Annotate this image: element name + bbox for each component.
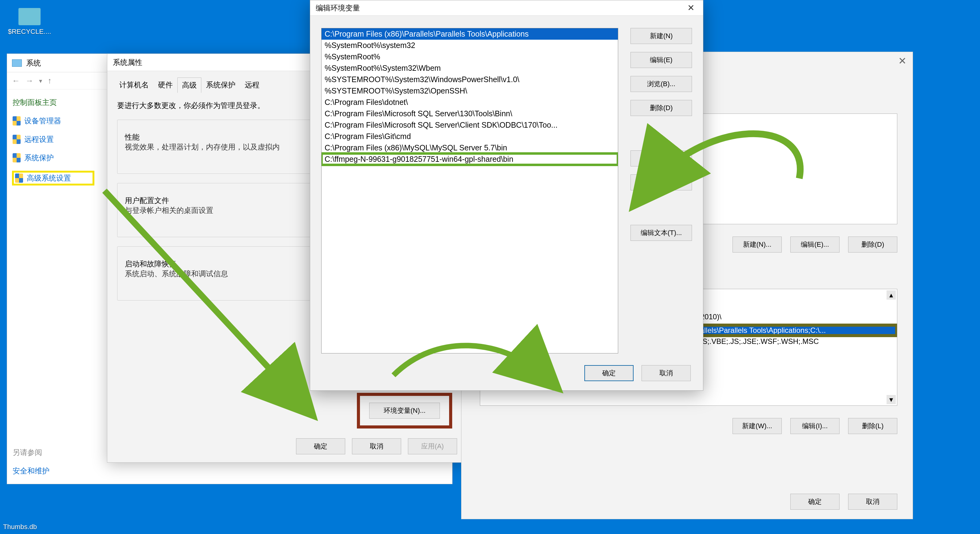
path-item[interactable]: %SystemRoot% <box>321 51 618 62</box>
tab-remote[interactable]: 远程 <box>240 77 264 92</box>
nav-fwd-icon[interactable]: → <box>25 76 33 86</box>
tab-advanced[interactable]: 高级 <box>177 78 201 93</box>
desktop-icon-label: $RECYCLE.... <box>8 28 51 36</box>
tab-protection[interactable]: 系统保护 <box>201 77 240 92</box>
path-item[interactable]: C:\ffmpeg-N-99631-g9018257751-win64-gpl-… <box>321 153 618 165</box>
system-title: 系统 <box>26 58 41 68</box>
group-legend: 性能 <box>125 133 140 141</box>
path-browse-button[interactable]: 浏览(B)... <box>630 76 692 92</box>
path-item[interactable]: C:\Program Files\Git\cmd <box>321 131 618 142</box>
user-new-button[interactable]: 新建(N)... <box>733 236 782 253</box>
user-delete-button[interactable]: 删除(D) <box>848 236 897 253</box>
sys-new-button[interactable]: 新建(W)... <box>733 418 782 434</box>
path-item[interactable]: C:\Program Files (x86)\MySQL\MySQL Serve… <box>321 142 618 153</box>
sidebar-heading: 控制面板主页 <box>13 97 94 107</box>
sys-delete-button[interactable]: 删除(L) <box>848 418 897 434</box>
group-legend: 启动和故障恢复 <box>125 260 177 268</box>
path-list[interactable]: C:\Program Files (x86)\Parallels\Paralle… <box>321 28 618 354</box>
folder-icon <box>18 8 41 25</box>
path-edit-text-button[interactable]: 编辑文本(T)... <box>630 225 692 241</box>
close-icon[interactable]: ✕ <box>684 2 697 14</box>
sysprops-ok-button[interactable]: 确定 <box>296 438 345 454</box>
sysprops-apply-button: 应用(A) <box>408 438 457 454</box>
path-edit-button[interactable]: 编辑(E) <box>630 52 692 68</box>
env-variables-button[interactable]: 环境变量(N)... <box>369 403 440 419</box>
edit-env-dialog: 编辑环境变量 ✕ C:\Program Files (x86)\Parallel… <box>310 0 703 391</box>
shield-icon <box>13 153 21 163</box>
editenv-cancel-button[interactable]: 取消 <box>641 365 691 381</box>
env-button-highlight: 环境变量(N)... <box>360 396 449 426</box>
address-pc-icon <box>57 78 65 84</box>
envwin-cancel-button[interactable]: 取消 <box>848 494 897 510</box>
sidebar-item-device-manager[interactable]: 设备管理器 <box>13 116 94 126</box>
sidebar-item-protection[interactable]: 系统保护 <box>13 153 94 163</box>
path-item[interactable]: %SYSTEMROOT%\System32\OpenSSH\ <box>321 85 618 97</box>
path-delete-button[interactable]: 删除(D) <box>630 100 692 116</box>
shield-icon <box>13 116 21 126</box>
envwin-ok-button[interactable]: 确定 <box>790 494 840 510</box>
shield-icon <box>15 174 23 183</box>
nav-back-icon[interactable]: ← <box>12 76 20 86</box>
sidebar-item-remote[interactable]: 远程设置 <box>13 134 94 144</box>
nav-up-icon[interactable]: ↑ <box>48 76 52 86</box>
path-item[interactable]: C:\Program Files\dotnet\ <box>321 97 618 108</box>
close-icon[interactable]: ✕ <box>898 55 907 67</box>
path-item[interactable]: %SystemRoot%\system32 <box>321 40 618 51</box>
scroll-up-icon[interactable]: ▴ <box>886 290 896 300</box>
system-sidebar: 控制面板主页 设备管理器 远程设置 系统保护 高级系统设置 另请参阅 安全和维护 <box>7 89 99 484</box>
pc-icon <box>12 59 22 67</box>
path-new-button[interactable]: 新建(N) <box>630 28 692 44</box>
group-legend: 用户配置文件 <box>125 196 169 204</box>
path-down-button[interactable]: 下移(O) <box>630 174 692 190</box>
user-edit-button[interactable]: 编辑(E)... <box>790 236 840 253</box>
path-item[interactable]: %SYSTEMROOT%\System32\WindowsPowerShell\… <box>321 74 618 85</box>
editenv-title: 编辑环境变量 <box>316 3 360 13</box>
path-item[interactable]: C:\Program Files\Microsoft SQL Server\13… <box>321 108 618 120</box>
shield-icon <box>13 135 21 144</box>
scroll-down-icon[interactable]: ▾ <box>886 395 896 404</box>
sidebar-item-advanced[interactable]: 高级系统设置 <box>13 171 94 185</box>
path-item[interactable]: C:\Program Files\Microsoft SQL Server\Cl… <box>321 120 618 131</box>
desktop-label-thumbs: Thumbs.db <box>3 523 37 531</box>
editenv-titlebar: 编辑环境变量 ✕ <box>310 0 703 16</box>
desktop-folder-recycle[interactable]: $RECYCLE.... <box>8 8 51 36</box>
sysprops-cancel-button[interactable]: 取消 <box>352 438 401 454</box>
nav-history-icon[interactable]: ▾ <box>39 77 42 84</box>
editenv-ok-button[interactable]: 确定 <box>584 365 633 381</box>
see-also-heading: 另请参阅 <box>13 448 94 457</box>
sys-edit-button[interactable]: 编辑(I)... <box>790 418 840 434</box>
tab-computer-name[interactable]: 计算机名 <box>115 77 153 92</box>
tab-hardware[interactable]: 硬件 <box>153 77 177 92</box>
sidebar-see-also-security[interactable]: 安全和维护 <box>13 466 94 476</box>
path-item[interactable]: C:\Program Files (x86)\Parallels\Paralle… <box>321 28 618 40</box>
path-up-button[interactable]: 上移(U) <box>630 150 692 166</box>
path-buttons: 新建(N) 编辑(E) 浏览(B)... 删除(D) 上移(U) 下移(O) 编… <box>630 28 692 354</box>
path-item[interactable]: %SystemRoot%\System32\Wbem <box>321 62 618 74</box>
